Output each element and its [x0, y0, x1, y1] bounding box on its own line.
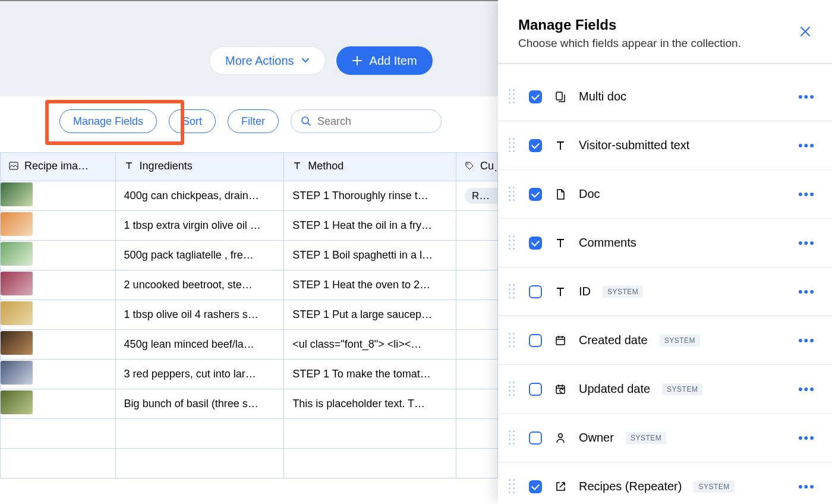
recipe-thumbnail — [1, 331, 33, 355]
table-row[interactable]: 500g pack tagliatelle , fre…STEP 1 Boil … — [1, 241, 498, 270]
drag-handle-icon[interactable] — [509, 89, 517, 105]
field-checkbox[interactable] — [529, 90, 542, 103]
recipe-thumbnail — [1, 301, 33, 325]
svg-rect-1 — [10, 162, 18, 169]
col-header-method[interactable]: Method — [284, 153, 456, 181]
cell-cuisine — [456, 270, 497, 300]
field-checkbox[interactable] — [529, 431, 542, 445]
add-item-button[interactable]: Add Item — [336, 46, 433, 75]
plus-icon — [352, 55, 363, 66]
text-icon — [554, 237, 567, 250]
cell-method: STEP 1 Boil spaghetti in a l… — [284, 241, 456, 270]
table-row[interactable]: 2 uncooked beetroot, ste…STEP 1 Heat the… — [1, 270, 498, 300]
calendar-icon — [554, 334, 567, 347]
field-checkbox[interactable] — [529, 188, 542, 201]
field-label: Multi doc — [579, 90, 626, 103]
field-row: Visitor-submitted text••• — [498, 121, 832, 170]
more-actions-label: More Actions — [225, 54, 294, 68]
recipe-thumbnail — [1, 272, 33, 295]
manage-fields-button[interactable]: Manage Fields — [59, 109, 157, 133]
col-header-ingredients[interactable]: Ingredients — [115, 153, 284, 181]
doc-icon — [554, 188, 567, 201]
drag-handle-icon[interactable] — [509, 235, 517, 251]
col-header-image[interactable]: Recipe ima… — [1, 153, 116, 181]
multi-doc-icon — [554, 90, 567, 103]
svg-rect-4 — [556, 337, 565, 345]
col-header-cuisine[interactable]: Cu — [456, 153, 497, 181]
field-more-button[interactable]: ••• — [798, 479, 815, 494]
cell-method: STEP 1 Heat the oven to 2… — [284, 270, 456, 300]
table-row[interactable]: 450g lean minced beef/la…<ul class="font… — [1, 330, 498, 360]
field-more-button[interactable]: ••• — [798, 430, 815, 446]
cell-cuisine: Rome — [456, 181, 497, 211]
cell-ingredients: 500g pack tagliatelle , fre… — [115, 241, 284, 270]
field-label: Recipes (Repeater) — [579, 480, 682, 493]
toolbar: Manage Fields Sort Filter — [59, 109, 442, 133]
cell-method: STEP 1 Put a large saucep… — [284, 300, 456, 330]
field-more-button[interactable]: ••• — [798, 235, 815, 251]
drag-handle-icon[interactable] — [509, 187, 517, 202]
field-checkbox[interactable] — [529, 237, 542, 250]
cell-method: STEP 1 Heat the oil in a fry… — [284, 211, 456, 241]
tag-icon — [465, 161, 474, 171]
cell-method: STEP 1 Thoroughly rinse t… — [284, 181, 456, 211]
drag-handle-icon[interactable] — [509, 138, 517, 153]
recipe-thumbnail — [1, 242, 33, 266]
manage-fields-panel: Manage Fields Choose which fields appear… — [498, 0, 832, 504]
data-table: Recipe ima… Ingredients Method Cu — [0, 152, 498, 478]
cell-method: <ul class="font_8"> <li><… — [284, 330, 456, 360]
text-icon — [292, 161, 302, 171]
table-row-empty — [1, 449, 498, 478]
field-more-button[interactable]: ••• — [798, 89, 815, 105]
field-row: IDSYSTEM••• — [498, 267, 832, 316]
recipe-thumbnail — [1, 212, 33, 236]
search-field[interactable] — [291, 109, 442, 133]
drag-handle-icon[interactable] — [509, 333, 517, 348]
field-checkbox[interactable] — [529, 383, 542, 396]
more-actions-button[interactable]: More Actions — [209, 46, 326, 75]
drag-handle-icon[interactable] — [509, 479, 517, 494]
recipe-thumbnail — [1, 182, 33, 206]
field-more-button[interactable]: ••• — [798, 138, 815, 153]
filter-button[interactable]: Filter — [228, 109, 279, 133]
field-more-button[interactable]: ••• — [798, 187, 815, 202]
field-checkbox[interactable] — [529, 334, 542, 347]
search-input[interactable] — [317, 115, 431, 128]
svg-point-2 — [467, 163, 468, 165]
drag-handle-icon[interactable] — [509, 430, 517, 446]
field-row: Created dateSYSTEM••• — [498, 316, 832, 365]
field-list[interactable]: Multi doc•••Visitor-submitted text•••Doc… — [498, 64, 832, 504]
field-more-button[interactable]: ••• — [798, 333, 815, 348]
person-icon — [554, 431, 567, 445]
drag-handle-icon[interactable] — [509, 284, 517, 300]
image-icon — [9, 161, 18, 171]
svg-point-0 — [302, 117, 308, 124]
close-button[interactable] — [799, 17, 812, 38]
drag-handle-icon[interactable] — [509, 382, 517, 397]
field-row: Doc••• — [498, 170, 832, 219]
field-row: Recipes (Repeater)SYSTEM••• — [498, 462, 832, 504]
sort-button[interactable]: Sort — [169, 109, 216, 133]
table-row[interactable]: 1 tbsp olive oil 4 rashers s…STEP 1 Put … — [1, 300, 498, 330]
cell-cuisine — [456, 300, 497, 330]
field-more-button[interactable]: ••• — [798, 284, 815, 300]
table-row[interactable]: 1 tbsp extra virgin olive oil …STEP 1 He… — [1, 211, 498, 241]
cell-ingredients: 1 tbsp olive oil 4 rashers s… — [115, 300, 284, 330]
field-checkbox[interactable] — [529, 285, 542, 298]
table-row[interactable]: Big bunch of basil (three s…This is plac… — [1, 389, 498, 419]
text-icon — [554, 285, 567, 298]
field-checkbox[interactable] — [529, 480, 542, 493]
field-row: Updated dateSYSTEM••• — [498, 365, 832, 414]
table-row[interactable]: 3 red peppers, cut into lar…STEP 1 To ma… — [1, 360, 498, 389]
field-checkbox[interactable] — [529, 139, 542, 152]
svg-point-6 — [559, 433, 562, 437]
field-label: ID — [579, 285, 591, 298]
field-more-button[interactable]: ••• — [798, 382, 815, 397]
table-row[interactable]: 400g can chickpeas, drain…STEP 1 Thoroug… — [1, 181, 498, 211]
field-row: Multi doc••• — [498, 73, 832, 121]
cell-ingredients: 450g lean minced beef/la… — [115, 330, 284, 360]
cuisine-tag: Rome — [465, 188, 498, 204]
calendar-refresh-icon — [554, 383, 567, 396]
sort-label: Sort — [182, 115, 202, 128]
system-badge: SYSTEM — [662, 383, 702, 395]
